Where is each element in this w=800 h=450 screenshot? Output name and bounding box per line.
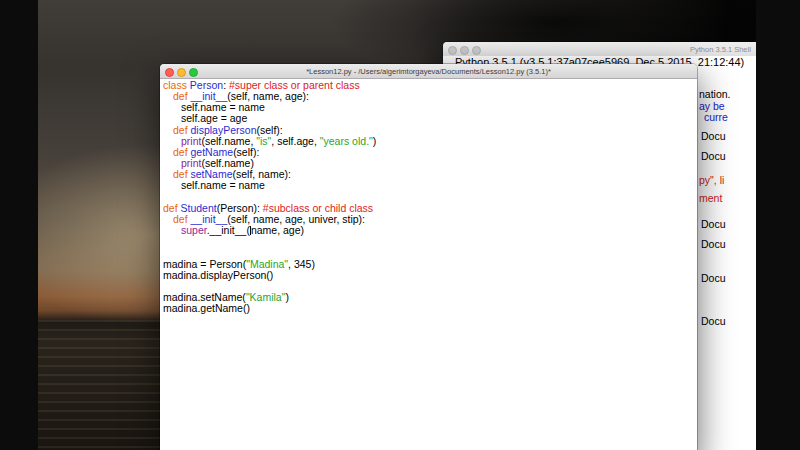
shell-text-fragment: ment: [699, 192, 722, 204]
shell-window-title: Python 3.5.1 Shell: [690, 45, 751, 54]
code-line: super.__init__(name, age): [160, 225, 697, 236]
shell-text-fragment: Docu: [701, 218, 726, 230]
shell-text-fragment: Docu: [701, 150, 726, 162]
editor-window[interactable]: *Lesson12.py - /Users/aigerimtorgayeva/D…: [160, 64, 697, 450]
shell-text-fragment: Docu: [701, 238, 726, 250]
code-line: madina.getName(): [160, 303, 697, 314]
shell-text-fragment: Docu: [701, 272, 726, 284]
code-area[interactable]: class Person: #super class or parent cla…: [160, 79, 697, 450]
code-line: [160, 236, 697, 247]
pillarbox-left: [0, 0, 38, 450]
close-button[interactable]: [448, 46, 457, 55]
code-line: madina.displayPerson(): [160, 270, 697, 281]
shell-text-fragment: py", li: [699, 174, 724, 186]
editor-window-title: *Lesson12.py - /Users/aigerimtorgayeva/D…: [160, 67, 697, 76]
editor-titlebar[interactable]: *Lesson12.py - /Users/aigerimtorgayeva/D…: [160, 64, 697, 79]
shell-text-fragment: Docu: [701, 315, 726, 327]
minimize-button[interactable]: [460, 46, 469, 55]
desktop: Python 3.5.1 Shell Python 3.5.1 (v3.5.1:…: [0, 0, 800, 450]
shell-text-fragment: curre: [704, 111, 728, 123]
shell-window-controls: [448, 46, 481, 55]
code-line: self.name = name: [160, 180, 697, 191]
zoom-button[interactable]: [472, 46, 481, 55]
pillarbox-right: [756, 0, 800, 450]
shell-titlebar[interactable]: Python 3.5.1 Shell: [443, 42, 800, 57]
shell-text-fragment: nation.: [699, 88, 731, 100]
shell-text-fragment: Docu: [701, 130, 726, 142]
